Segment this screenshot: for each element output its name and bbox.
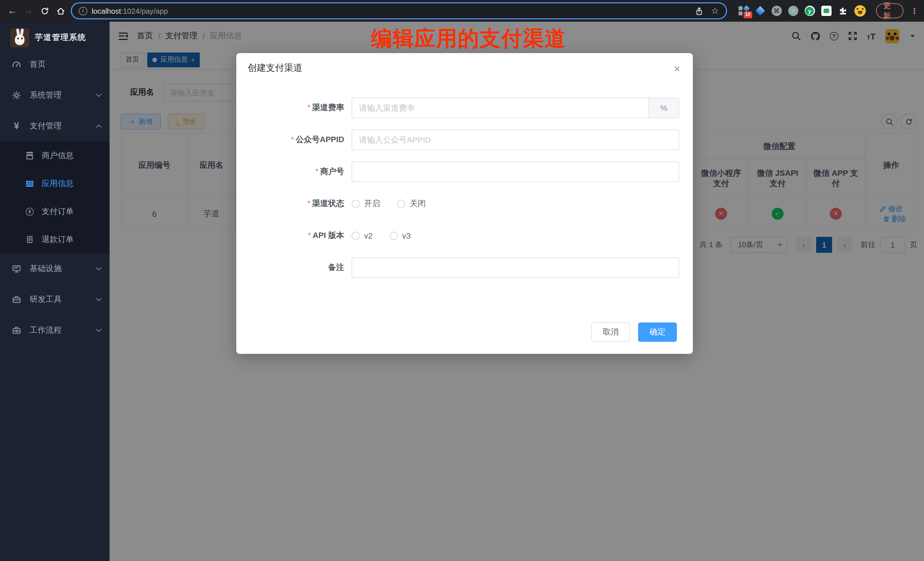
browser-forward-icon[interactable]: →: [22, 3, 35, 18]
form-row-appid: *公众号APPID: [236, 129, 693, 150]
yen-icon: ¥: [12, 120, 21, 132]
radio-circle-icon: [390, 232, 398, 240]
url-host: localhost: [92, 7, 121, 15]
puzzle-extensions-icon[interactable]: [837, 6, 848, 16]
sidebar-item-label: 研发工具: [30, 294, 62, 305]
browser-reload-icon[interactable]: [38, 3, 51, 18]
gear-icon: [12, 91, 21, 100]
sidebar: 芋道管理系统 首页 系统管理: [0, 22, 110, 561]
sidebar-item-merchant-info[interactable]: 商户信息: [0, 141, 110, 170]
sidebar-item-payment[interactable]: ¥ 支付管理: [0, 111, 110, 141]
extensions-row: 10 ⌘ y: [738, 5, 866, 16]
sidebar-item-label: 系统管理: [30, 90, 62, 100]
radio-circle-icon: [352, 200, 360, 208]
sidebar-item-label: 退款订单: [42, 234, 74, 244]
address-bar[interactable]: i localhost:1024/pay/app ☆: [70, 2, 727, 20]
chat-extension-icon[interactable]: [821, 6, 831, 16]
chevron-up-icon: [96, 124, 102, 128]
kite-extension-icon[interactable]: [755, 6, 765, 16]
required-asterisk: *: [291, 135, 294, 144]
chevron-down-icon: [96, 329, 102, 332]
browser-menu-icon[interactable]: ⋮: [910, 6, 918, 15]
sidebar-item-label: 基础设施: [30, 264, 62, 274]
appid-input[interactable]: [352, 129, 679, 150]
extension-icon[interactable]: 10: [738, 6, 748, 16]
document-icon: [25, 235, 34, 244]
api-v2-radio[interactable]: v2: [352, 231, 373, 240]
extension-badge: 10: [743, 11, 752, 18]
bookmark-star-icon[interactable]: ☆: [711, 6, 719, 16]
browser-back-icon[interactable]: ←: [6, 3, 18, 18]
browser-toolbar: ← → i localhost:1024/pay/app ☆ 10: [0, 0, 924, 22]
form-row-merchant-no: *商户号: [236, 162, 693, 182]
form-row-fee-rate: *渠道费率 %: [236, 98, 693, 118]
sidebar-item-system[interactable]: 系统管理: [0, 80, 110, 111]
browser-update-button[interactable]: 更新: [876, 3, 903, 18]
toolbox-icon: [12, 295, 21, 304]
required-asterisk: *: [308, 199, 310, 208]
fee-rate-input[interactable]: [352, 98, 648, 118]
required-asterisk: *: [308, 103, 310, 112]
recorder-extension-icon[interactable]: [788, 6, 798, 16]
store-icon: [25, 151, 34, 160]
monitor-icon: [12, 264, 21, 273]
grid-icon: [25, 179, 34, 188]
main-area: 首页 / 支付管理 / 应用信息 ?: [110, 22, 924, 561]
dialog-title: 创建支付渠道: [248, 62, 681, 74]
api-v3-radio[interactable]: v3: [390, 231, 411, 240]
site-info-icon[interactable]: i: [78, 7, 87, 15]
radio-circle-icon: [352, 232, 360, 240]
app-title: 芋道管理系统: [35, 33, 86, 43]
sidebar-item-label: 商户信息: [42, 150, 74, 160]
form-row-channel-status: *渠道状态 开启 关闭: [236, 194, 693, 214]
sidebar-item-pay-orders[interactable]: ¥ 支付订单: [0, 198, 110, 225]
remark-input[interactable]: [352, 257, 679, 278]
radio-circle-icon: [397, 200, 405, 208]
browser-home-icon[interactable]: [54, 3, 67, 18]
sidebar-item-label: 支付管理: [30, 121, 62, 131]
status-open-radio[interactable]: 开启: [352, 199, 380, 209]
sidebar-item-home[interactable]: 首页: [0, 49, 110, 80]
sidebar-item-dev-tools[interactable]: 研发工具: [0, 284, 110, 315]
url-path: :1024/pay/app: [121, 7, 168, 15]
command-extension-icon[interactable]: ⌘: [771, 6, 782, 16]
form-row-api-version: *API 版本 v2 v3: [236, 225, 693, 246]
coin-yen-icon: ¥: [25, 207, 34, 216]
annotation-title: 编辑应用的支付渠道: [371, 24, 566, 53]
url-text[interactable]: localhost:1024/pay/app: [92, 7, 168, 15]
sidebar-item-app-info[interactable]: 应用信息: [0, 170, 110, 198]
confirm-button[interactable]: 确定: [638, 322, 677, 342]
sidebar-item-workflow[interactable]: 工作流程: [0, 315, 110, 346]
chevron-down-icon: [96, 298, 102, 302]
sidebar-item-label: 支付订单: [42, 206, 74, 217]
briefcase-icon: [12, 326, 21, 335]
required-asterisk: *: [308, 231, 311, 240]
sidebar-item-refund-orders[interactable]: 退款订单: [0, 225, 110, 254]
green-y-extension-icon[interactable]: y: [804, 6, 815, 16]
dashboard-icon: [12, 60, 21, 69]
required-asterisk: *: [315, 166, 318, 176]
dialog-close-icon[interactable]: ×: [674, 63, 680, 74]
chevron-down-icon: [96, 267, 102, 270]
sidebar-item-label: 应用信息: [42, 178, 74, 189]
app-logo-avatar: [10, 28, 29, 47]
sidebar-item-label: 工作流程: [30, 325, 62, 336]
merchant-no-input[interactable]: [352, 162, 679, 182]
app-logo-row[interactable]: 芋道管理系统: [0, 22, 110, 49]
cancel-button[interactable]: 取消: [591, 322, 630, 342]
sidebar-item-label: 首页: [30, 59, 46, 70]
create-channel-dialog: 创建支付渠道 × *渠道费率 % *公众号APPID: [236, 53, 693, 354]
profile-avatar-icon[interactable]: [854, 5, 866, 16]
status-closed-radio[interactable]: 关闭: [397, 199, 426, 209]
sidebar-item-infrastructure[interactable]: 基础设施: [0, 254, 110, 284]
fee-rate-append: %: [648, 98, 679, 118]
form-row-remark: 备注: [236, 257, 693, 278]
chevron-down-icon: [96, 94, 102, 97]
share-icon[interactable]: [695, 7, 703, 15]
